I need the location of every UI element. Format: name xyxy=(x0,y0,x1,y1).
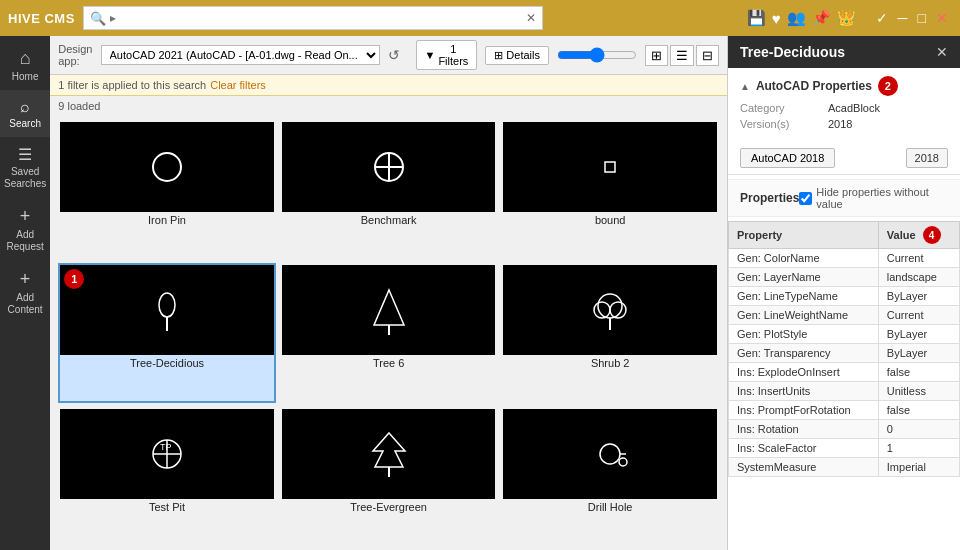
people-icon[interactable]: 👥 xyxy=(787,9,806,27)
thumbnail-iron-pin xyxy=(60,122,274,212)
table-row: Gen: TransparencyByLayer xyxy=(728,344,959,363)
column-header-value: Value 4 xyxy=(878,222,959,249)
minimize-icon[interactable]: ─ xyxy=(894,10,912,26)
thumbnail-tree-6 xyxy=(282,265,496,355)
properties-table-body: Gen: ColorNameCurrentGen: LayerNamelands… xyxy=(728,249,959,477)
value-cell: ByLayer xyxy=(878,287,959,306)
item-label-tree-deciduous: Tree-Decidious xyxy=(128,355,206,371)
svg-marker-17 xyxy=(373,433,405,467)
view-buttons: ⊞ ☰ ⊟ xyxy=(645,45,719,66)
table-row: Ins: PromptForRotationfalse xyxy=(728,401,959,420)
check-icon[interactable]: ✓ xyxy=(872,10,892,26)
svg-point-19 xyxy=(600,444,620,464)
sidebar-item-saved[interactable]: ☰ SavedSearches xyxy=(0,137,50,198)
app-name: HIVE CMS xyxy=(8,11,75,26)
grid-item-tree-deciduous[interactable]: 1 Tree-Decidious xyxy=(58,263,276,402)
item-label-benchmark: Benchmark xyxy=(359,212,419,228)
maximize-icon[interactable]: □ xyxy=(914,10,930,26)
svg-point-9 xyxy=(598,294,622,318)
panel-close-button[interactable]: ✕ xyxy=(936,44,948,60)
title-actions: 💾 ♥ 👥 📌 👑 xyxy=(747,9,856,27)
value-cell: false xyxy=(878,401,959,420)
property-cell: Gen: ColorName xyxy=(728,249,878,268)
sidebar-item-home[interactable]: ⌂ Home xyxy=(0,40,50,90)
properties-table: Property Value 4 Gen: ColorNameCurrentGe… xyxy=(728,221,960,477)
autocad-2018-button[interactable]: AutoCAD 2018 xyxy=(740,148,835,168)
table-row: SystemMeasureImperial xyxy=(728,458,959,477)
table-row: Gen: LayerNamelandscape xyxy=(728,268,959,287)
grid-item-iron-pin[interactable]: Iron Pin xyxy=(58,120,276,259)
property-cell: Ins: Rotation xyxy=(728,420,878,439)
clear-filters-link[interactable]: Clear filters xyxy=(210,79,266,91)
list-view-button[interactable]: ☰ xyxy=(670,45,694,66)
badge-4: 4 xyxy=(923,226,941,244)
crown-icon[interactable]: 👑 xyxy=(837,9,856,27)
thumbnail-shrub-2 xyxy=(503,265,717,355)
loaded-bar: 9 loaded xyxy=(50,96,727,116)
svg-point-5 xyxy=(159,293,175,317)
table-row: Gen: ColorNameCurrent xyxy=(728,249,959,268)
chevron-up-icon: ▲ xyxy=(740,81,750,92)
filter-bar: 1 filter is applied to this search Clear… xyxy=(50,75,727,96)
value-cell: ByLayer xyxy=(878,325,959,344)
thumbnail-tree-deciduous: 1 xyxy=(60,265,274,355)
autocad-properties-title: AutoCAD Properties xyxy=(756,79,872,93)
refresh-icon[interactable]: ↺ xyxy=(388,47,400,63)
design-app-select[interactable]: AutoCAD 2021 (AutoCAD - [A-01.dwg - Read… xyxy=(101,45,380,65)
close-icon[interactable]: ✕ xyxy=(932,10,952,26)
sidebar-item-add-request[interactable]: + AddRequest xyxy=(0,198,50,261)
grid-item-shrub-2[interactable]: Shrub 2 xyxy=(501,263,719,402)
property-cell: Gen: LayerName xyxy=(728,268,878,287)
property-cell: Ins: ExplodeOnInsert xyxy=(728,363,878,382)
property-cell: Gen: PlotStyle xyxy=(728,325,878,344)
sidebar-item-label: Search xyxy=(9,118,41,129)
sidebar-item-search[interactable]: ⌕ Search xyxy=(0,90,50,137)
search-clear-icon[interactable]: ✕ xyxy=(526,11,536,25)
heart-icon[interactable]: ♥ xyxy=(772,10,781,27)
search-input[interactable] xyxy=(110,11,522,25)
item-label-tree-evergreen: Tree-Evergreen xyxy=(348,499,429,515)
value-cell: 1 xyxy=(878,439,959,458)
zoom-slider[interactable] xyxy=(557,47,637,63)
svg-rect-4 xyxy=(605,162,615,172)
search-nav-icon: ⌕ xyxy=(20,98,30,116)
value-cell: Imperial xyxy=(878,458,959,477)
hide-properties-checkbox[interactable] xyxy=(799,192,812,205)
details-icon: ⊞ xyxy=(494,49,503,62)
category-value: AcadBlock xyxy=(828,102,880,114)
value-cell: Current xyxy=(878,249,959,268)
table-view-button[interactable]: ⊟ xyxy=(696,45,719,66)
filter-button[interactable]: ▼ 1 Filters xyxy=(416,40,478,70)
properties-section-header: Properties Hide properties without value xyxy=(728,179,960,217)
grid-item-test-pit[interactable]: TP Test Pit xyxy=(58,407,276,546)
thumbnail-benchmark xyxy=(282,122,496,212)
property-cell: Gen: LineTypeName xyxy=(728,287,878,306)
sidebar-item-add-content[interactable]: + AddContent xyxy=(0,261,50,324)
svg-point-20 xyxy=(619,458,627,466)
main-layout: ⌂ Home ⌕ Search ☰ SavedSearches + AddReq… xyxy=(0,36,960,550)
save-icon[interactable]: 💾 xyxy=(747,9,766,27)
filter-icon: ▼ xyxy=(425,49,436,61)
details-button[interactable]: ⊞ Details xyxy=(485,46,549,65)
year-badge: 2018 xyxy=(906,148,948,168)
table-row: Ins: Rotation0 xyxy=(728,420,959,439)
value-cell: Current xyxy=(878,306,959,325)
window-controls: ✓ ─ □ ✕ xyxy=(872,10,952,26)
thumbnail-test-pit: TP xyxy=(60,409,274,499)
version-row: Version(s) 2018 xyxy=(740,118,948,130)
grid-item-bound[interactable]: bound xyxy=(501,120,719,259)
design-app-label: Design app: xyxy=(58,43,92,67)
svg-text:TP: TP xyxy=(160,442,172,452)
sidebar: ⌂ Home ⌕ Search ☰ SavedSearches + AddReq… xyxy=(0,36,50,550)
grid-item-benchmark[interactable]: Benchmark xyxy=(280,120,498,259)
table-row: Gen: LineWeightNameCurrent xyxy=(728,306,959,325)
grid-item-tree-6[interactable]: Tree 6 xyxy=(280,263,498,402)
pin-icon[interactable]: 📌 xyxy=(812,9,831,27)
thumbnail-bound xyxy=(503,122,717,212)
grid-item-tree-evergreen[interactable]: Tree-Evergreen xyxy=(280,407,498,546)
grid-item-drill-hole[interactable]: Drill Hole xyxy=(501,407,719,546)
grid-view-button[interactable]: ⊞ xyxy=(645,45,668,66)
add-request-icon: + xyxy=(20,206,31,227)
home-icon: ⌂ xyxy=(20,48,31,69)
content-area: Design app: AutoCAD 2021 (AutoCAD - [A-0… xyxy=(50,36,727,550)
